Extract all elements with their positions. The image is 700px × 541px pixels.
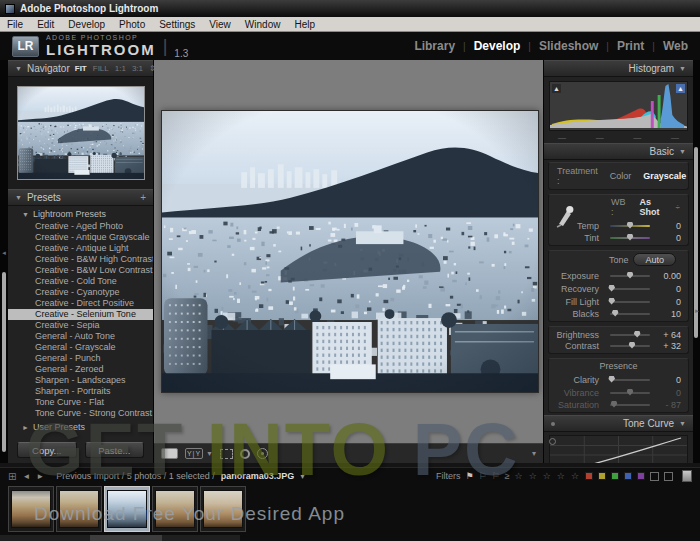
temp-slider-thumb[interactable] (627, 222, 634, 229)
filters-label[interactable]: Filters (436, 471, 461, 481)
compare-view-dropdown-icon[interactable]: ▼ (206, 450, 213, 457)
blacks-slider-thumb[interactable] (612, 310, 619, 317)
filmstrip-source-path[interactable]: Previous Import / 5 photos / 1 selected … (56, 471, 215, 481)
tint-slider[interactable] (610, 237, 650, 239)
saturation-slider-thumb[interactable] (611, 401, 618, 408)
preset-item[interactable]: Creative - B&W Low Contrast (8, 265, 153, 276)
tone-curve-graph[interactable] (549, 435, 688, 463)
preset-item[interactable]: General - Punch (8, 353, 153, 364)
clarity-slider[interactable] (610, 379, 650, 381)
title-bar[interactable]: Adobe Photoshop Lightroom (0, 0, 700, 17)
preset-item[interactable]: Sharpen - Portraits (8, 386, 153, 397)
spot-removal-icon[interactable] (240, 449, 250, 459)
color-label-green-icon[interactable] (611, 472, 619, 480)
second-monitor-icon[interactable]: ⊞ (8, 471, 16, 482)
filmstrip-filename[interactable]: panorama03.JPG (221, 471, 295, 481)
targeted-adjustment-icon[interactable] (549, 438, 556, 445)
preset-item[interactable]: Tone Curve - Flat (8, 397, 153, 408)
tone-curve-panel-header[interactable]: Tone Curve ▼ (544, 415, 693, 432)
module-print[interactable]: Print (617, 39, 644, 53)
color-label-yellow-icon[interactable] (598, 472, 606, 480)
main-photo[interactable] (161, 110, 539, 393)
preset-item[interactable]: General - Auto Tone (8, 331, 153, 342)
clarity-slider-thumb[interactable] (608, 376, 615, 383)
collapse-right-panel-arrow[interactable]: ► (694, 308, 700, 314)
panel-switch-icon[interactable] (551, 422, 555, 426)
flag-picked-filter-icon[interactable]: ⚑ (465, 471, 473, 481)
filmstrip-thumb-5[interactable] (200, 486, 246, 532)
menu-edit[interactable]: Edit (37, 19, 54, 30)
star-filter-icon[interactable]: ☆ (557, 471, 566, 481)
recovery-slider[interactable] (610, 288, 650, 290)
rating-operator[interactable]: ≥ (505, 471, 510, 481)
disclosure-triangle-icon[interactable]: ▼ (679, 420, 686, 427)
menu-develop[interactable]: Develop (68, 19, 105, 30)
vibrance-slider-thumb[interactable] (627, 389, 634, 396)
star-filter-icon[interactable]: ☆ (529, 471, 538, 481)
zoom-1-1-button[interactable]: 1:1 (115, 64, 126, 73)
zoom-fill-button[interactable]: FILL (93, 64, 109, 73)
highlight-clipping-indicator-icon[interactable]: ▲ (676, 84, 685, 93)
shadow-clipping-indicator-icon[interactable]: ▲ (552, 84, 561, 93)
filmstrip-thumb-4[interactable] (152, 486, 198, 532)
master-copy-filter-icon[interactable] (650, 472, 659, 481)
brightness-slider-thumb[interactable] (634, 331, 641, 338)
collapse-left-panel-arrow[interactable]: ◄ (1, 250, 7, 256)
wb-value[interactable]: As Shot (639, 197, 671, 217)
preset-item[interactable]: Tone Curve - Strong Contrast (8, 408, 153, 419)
tint-slider-thumb[interactable] (627, 234, 634, 241)
star-filter-icon[interactable]: ☆ (543, 471, 552, 481)
filmstrip-thumb-3-selected[interactable] (104, 486, 150, 532)
compare-view-icon[interactable]: Y|Y (185, 448, 203, 459)
left-panel-scrollbar[interactable] (2, 272, 6, 452)
module-web[interactable]: Web (663, 39, 688, 53)
preset-item[interactable]: Creative - B&W High Contrast (8, 254, 153, 265)
histogram[interactable]: ▲ ▲ (549, 81, 688, 131)
menu-file[interactable]: File (7, 19, 23, 30)
crop-overlay-icon[interactable] (220, 449, 233, 459)
red-eye-correction-icon[interactable] (257, 448, 268, 459)
preset-item[interactable]: Creative - Cyanotype (8, 287, 153, 298)
temp-slider[interactable] (610, 225, 650, 227)
exposure-slider[interactable] (610, 275, 650, 277)
menu-photo[interactable]: Photo (119, 19, 145, 30)
filmstrip-thumb-1[interactable] (8, 486, 54, 532)
color-label-purple-icon[interactable] (637, 472, 645, 480)
navigator-panel-header[interactable]: ▼ Navigator FIT FILL 1:1 3:1 ⇕ (8, 60, 153, 77)
disclosure-triangle-icon[interactable]: ▼ (15, 194, 22, 201)
filmstrip-thumb-2[interactable] (56, 486, 102, 532)
loupe-view-icon[interactable] (161, 448, 178, 459)
module-slideshow[interactable]: Slideshow (539, 39, 598, 53)
copy-button[interactable]: Copy... (17, 442, 77, 458)
recovery-slider-thumb[interactable] (608, 285, 615, 292)
color-label-red-icon[interactable] (585, 472, 593, 480)
preset-group-user[interactable]: ► User Presets (8, 419, 153, 434)
contrast-slider-thumb[interactable] (629, 342, 636, 349)
paste-button[interactable]: Paste... (85, 442, 145, 458)
filmstrip-source-dropdown-icon[interactable]: ▾ (300, 472, 304, 481)
filmstrip-scrollbar[interactable] (0, 535, 240, 541)
preset-item[interactable]: Creative - Antique Light (8, 243, 153, 254)
exposure-slider-thumb[interactable] (627, 272, 634, 279)
preset-item[interactable]: Sharpen - Landscapes (8, 375, 153, 386)
next-photo-arrow-icon[interactable]: ► (36, 472, 44, 481)
preset-item[interactable]: Creative - Sepia (8, 320, 153, 331)
module-develop[interactable]: Develop (474, 39, 521, 53)
disclosure-triangle-icon[interactable]: ▼ (679, 148, 686, 155)
vibrance-slider[interactable] (610, 392, 650, 394)
previous-photo-arrow-icon[interactable]: ◄ (22, 472, 30, 481)
preset-item[interactable]: Creative - Aged Photo (8, 221, 153, 232)
star-filter-icon[interactable]: ☆ (515, 471, 524, 481)
preset-item-selected[interactable]: Creative - Selenium Tone (8, 309, 153, 320)
menu-view[interactable]: View (209, 19, 231, 30)
color-label-blue-icon[interactable] (624, 472, 632, 480)
histogram-panel-header[interactable]: Histogram ▼ (544, 60, 693, 77)
disclosure-triangle-icon[interactable]: ▼ (679, 65, 686, 72)
wb-toggle-icon[interactable]: ÷ (676, 203, 680, 212)
menu-help[interactable]: Help (294, 19, 315, 30)
flag-unflagged-filter-icon[interactable]: ⚐ (479, 471, 487, 481)
saturation-slider[interactable] (610, 404, 650, 406)
add-preset-button[interactable]: + (140, 192, 146, 203)
star-filter-icon[interactable]: ☆ (571, 471, 580, 481)
treatment-color-option[interactable]: Color (610, 171, 632, 181)
